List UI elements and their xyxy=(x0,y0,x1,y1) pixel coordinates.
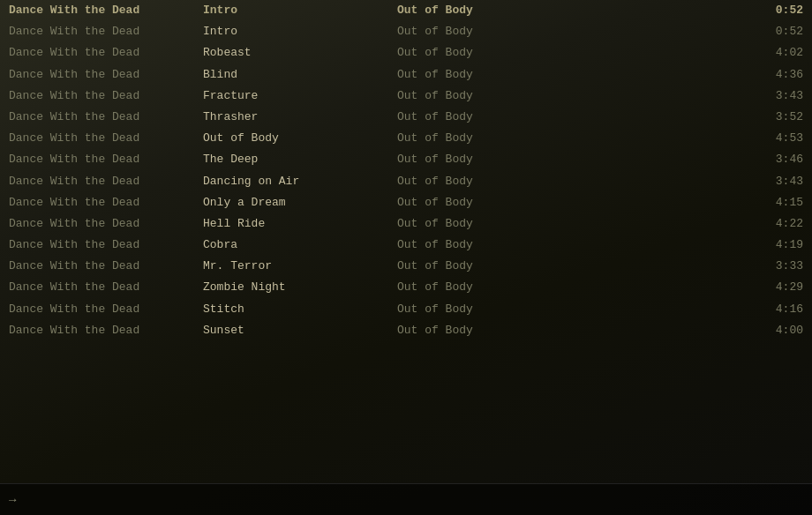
table-row[interactable]: Dance With the DeadFractureOut of Body3:… xyxy=(0,86,812,107)
track-album: Out of Body xyxy=(397,302,591,317)
track-album: Out of Body xyxy=(397,237,591,253)
track-album: Out of Body xyxy=(397,45,591,61)
track-title: Out of Body xyxy=(203,131,397,146)
table-row[interactable]: Dance With the DeadZombie NightOut of Bo… xyxy=(0,277,812,298)
track-title: Only a Dream xyxy=(203,195,397,211)
track-artist: Dance With the Dead xyxy=(9,280,203,295)
track-duration: 4:53 xyxy=(750,131,803,146)
table-row[interactable]: Dance With the DeadDancing on AirOut of … xyxy=(0,171,812,192)
track-title: Blind xyxy=(203,67,397,83)
track-artist: Dance With the Dead xyxy=(9,67,203,83)
track-duration: 3:43 xyxy=(750,174,803,190)
track-duration: 4:19 xyxy=(750,237,803,253)
track-artist: Dance With the Dead xyxy=(9,24,203,40)
track-duration: 3:43 xyxy=(750,88,803,104)
table-row[interactable]: Dance With the DeadMr. TerrorOut of Body… xyxy=(0,256,812,277)
track-title: Hell Ride xyxy=(203,216,397,232)
track-duration: 4:16 xyxy=(750,302,803,317)
track-artist: Dance With the Dead xyxy=(9,323,203,339)
bottom-bar: → xyxy=(0,483,812,515)
track-album: Out of Body xyxy=(397,67,591,83)
table-row[interactable]: Dance With the DeadHell RideOut of Body4… xyxy=(0,213,812,235)
track-duration: 3:52 xyxy=(750,109,803,125)
table-row[interactable]: Dance With the DeadThe DeepOut of Body3:… xyxy=(0,149,812,170)
header-artist: Dance With the Dead xyxy=(9,3,203,19)
track-album: Out of Body xyxy=(397,152,591,168)
track-duration: 4:36 xyxy=(750,67,803,83)
table-row[interactable]: Dance With the DeadIntroOut of Body0:52 xyxy=(0,21,812,42)
header-title: Intro xyxy=(203,3,397,19)
track-duration: 4:00 xyxy=(750,323,803,339)
table-row[interactable]: Dance With the DeadOnly a DreamOut of Bo… xyxy=(0,192,812,213)
header-album: Out of Body xyxy=(397,3,591,19)
track-album: Out of Body xyxy=(397,174,591,190)
track-title: Zombie Night xyxy=(203,280,397,295)
arrow-icon: → xyxy=(9,493,16,507)
track-album: Out of Body xyxy=(397,195,591,211)
track-album: Out of Body xyxy=(397,323,591,339)
track-duration: 4:02 xyxy=(750,45,803,61)
track-title: Mr. Terror xyxy=(203,258,397,274)
track-artist: Dance With the Dead xyxy=(9,45,203,61)
table-row[interactable]: Dance With the DeadBlindOut of Body4:36 xyxy=(0,64,812,86)
table-row[interactable]: Dance With the DeadOut of BodyOut of Bod… xyxy=(0,128,812,149)
track-artist: Dance With the Dead xyxy=(9,258,203,274)
track-album: Out of Body xyxy=(397,258,591,274)
track-artist: Dance With the Dead xyxy=(9,152,203,168)
track-artist: Dance With the Dead xyxy=(9,195,203,211)
track-duration: 4:15 xyxy=(750,195,803,211)
header-duration: 0:52 xyxy=(750,3,803,19)
table-row[interactable]: Dance With the DeadThrasherOut of Body3:… xyxy=(0,107,812,128)
track-album: Out of Body xyxy=(397,109,591,125)
track-artist: Dance With the Dead xyxy=(9,237,203,253)
track-title: Fracture xyxy=(203,88,397,104)
table-row[interactable]: Dance With the DeadSunsetOut of Body4:00 xyxy=(0,320,812,341)
track-title: Thrasher xyxy=(203,109,397,125)
track-artist: Dance With the Dead xyxy=(9,302,203,317)
track-artist: Dance With the Dead xyxy=(9,174,203,190)
track-title: Sunset xyxy=(203,323,397,339)
track-duration: 0:52 xyxy=(750,24,803,40)
track-artist: Dance With the Dead xyxy=(9,131,203,146)
track-list: Dance With the Dead Intro Out of Body 0:… xyxy=(0,0,812,341)
track-title: Dancing on Air xyxy=(203,174,397,190)
track-duration: 3:33 xyxy=(750,258,803,274)
track-album: Out of Body xyxy=(397,216,591,232)
track-duration: 4:29 xyxy=(750,280,803,295)
track-duration: 3:46 xyxy=(750,152,803,168)
track-album: Out of Body xyxy=(397,280,591,295)
track-title: Robeast xyxy=(203,45,397,61)
track-artist: Dance With the Dead xyxy=(9,88,203,104)
track-title: Intro xyxy=(203,24,397,40)
track-duration: 4:22 xyxy=(750,216,803,232)
track-title: Cobra xyxy=(203,237,397,253)
track-album: Out of Body xyxy=(397,88,591,104)
track-artist: Dance With the Dead xyxy=(9,216,203,232)
track-album: Out of Body xyxy=(397,131,591,146)
table-row[interactable]: Dance With the DeadStitchOut of Body4:16 xyxy=(0,299,812,320)
track-title: The Deep xyxy=(203,152,397,168)
track-artist: Dance With the Dead xyxy=(9,109,203,125)
table-row[interactable]: Dance With the DeadCobraOut of Body4:19 xyxy=(0,235,812,256)
table-row[interactable]: Dance With the DeadRobeastOut of Body4:0… xyxy=(0,42,812,63)
track-album: Out of Body xyxy=(397,24,591,40)
track-title: Stitch xyxy=(203,302,397,317)
track-header-row: Dance With the Dead Intro Out of Body 0:… xyxy=(0,0,812,21)
